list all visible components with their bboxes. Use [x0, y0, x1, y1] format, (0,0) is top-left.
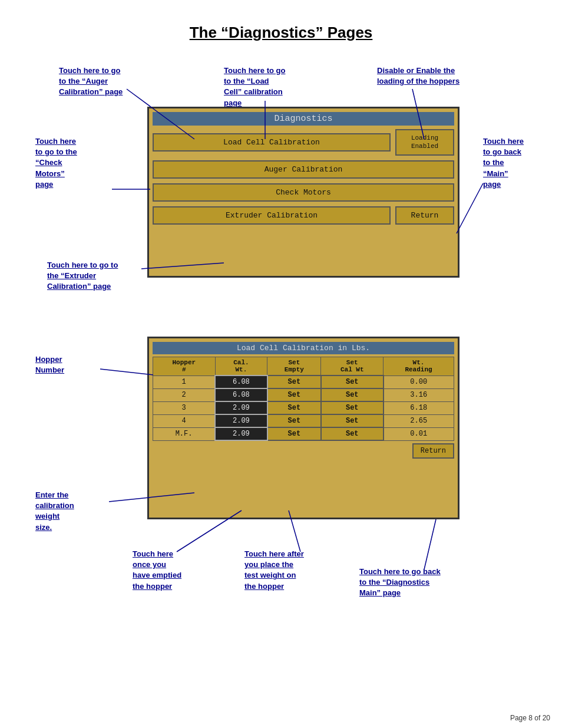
ann-hopper-num: HopperNumber [35, 354, 64, 375]
set-empty-btn[interactable]: Set [267, 414, 321, 427]
table-row: 3 2.09 Set Set 6.18 [153, 401, 454, 414]
diag-screen: Diagnostics Load Cell Calibration Loadin… [147, 107, 459, 278]
table-row: M.F. 2.09 Set Set 0.01 [153, 427, 454, 440]
set-cal-btn[interactable]: Set [321, 414, 384, 427]
diag-row-4: Extruder Calibration Return [153, 206, 454, 225]
page-number: Page 8 of 20 [510, 714, 550, 722]
lcc-screen: Load Cell Calibration in Lbs. Hopper# Ca… [147, 337, 459, 519]
table-row: 1 6.08 Set Set 0.00 [153, 375, 454, 388]
svg-line-10 [424, 519, 436, 569]
check-motors-button[interactable]: Check Motors [153, 183, 454, 202]
hopper-num: M.F. [153, 427, 216, 440]
diag-row-1: Load Cell Calibration LoadingEnabled [153, 129, 454, 156]
ann-extruder: Touch here to go tothe “ExtruderCalibrat… [47, 260, 118, 292]
ann-enter-cal: Enter thecalibrationweightsize. [35, 490, 74, 533]
set-cal-btn[interactable]: Set [321, 388, 384, 401]
ann-main: Touch hereto go backto the“Main”page [483, 136, 524, 190]
lcc-return-button[interactable]: Return [412, 443, 454, 459]
section1-diagnostics: Touch here to goto the “AugerCalibration… [12, 60, 550, 313]
set-empty-btn[interactable]: Set [267, 427, 321, 440]
ann-emptied: Touch hereonce youhave emptiedthe hopper [133, 549, 181, 592]
diag-row-3: Check Motors [153, 183, 454, 202]
extruder-cal-button[interactable]: Extruder Calibration [153, 206, 391, 225]
set-cal-btn[interactable]: Set [321, 375, 384, 388]
cal-wt-input[interactable]: 2.09 [215, 401, 267, 414]
set-cal-btn[interactable]: Set [321, 401, 384, 414]
col-set-cal: SetCal Wt [321, 357, 384, 376]
lcc-table: Hopper# Cal.Wt. SetEmpty SetCal Wt Wt.Re… [153, 357, 454, 441]
cal-wt-input[interactable]: 2.09 [215, 414, 267, 427]
table-row: 4 2.09 Set Set 2.65 [153, 414, 454, 427]
set-empty-btn[interactable]: Set [267, 401, 321, 414]
lcc-title-bar: Load Cell Calibration in Lbs. [153, 342, 454, 354]
ann-test-weight: Touch here afteryou place thetest weight… [244, 549, 304, 592]
diag-row-2: Auger Calibration [153, 160, 454, 179]
table-row: 2 6.08 Set Set 3.16 [153, 388, 454, 401]
ann-disable: Disable or Enable theloading of the hopp… [377, 65, 459, 87]
hopper-num: 3 [153, 401, 216, 414]
ann-load-cell: Touch here to goto the “LoadCell” calibr… [224, 65, 285, 108]
svg-line-4 [457, 183, 483, 233]
auger-cal-button[interactable]: Auger Calibration [153, 160, 454, 179]
set-empty-btn[interactable]: Set [267, 388, 321, 401]
load-cell-cal-button[interactable]: Load Cell Calibration [153, 133, 391, 151]
cal-wt-input[interactable]: 6.08 [215, 375, 267, 388]
set-empty-btn[interactable]: Set [267, 375, 321, 388]
set-cal-btn[interactable]: Set [321, 427, 384, 440]
hopper-num: 4 [153, 414, 216, 427]
hopper-num: 1 [153, 375, 216, 388]
svg-line-6 [100, 369, 153, 375]
ann-check-motors: Touch hereto go to the“CheckMotors”page [35, 136, 77, 190]
loading-enabled-button[interactable]: LoadingEnabled [395, 129, 454, 156]
page-title: The “Diagnostics” Pages [12, 24, 550, 42]
wt-reading: 6.18 [384, 401, 454, 414]
wt-reading: 3.16 [384, 388, 454, 401]
diag-screen-title: Diagnostics [153, 112, 454, 126]
cal-wt-input[interactable]: 6.08 [215, 388, 267, 401]
wt-reading: 2.65 [384, 414, 454, 427]
cal-wt-input[interactable]: 2.09 [215, 427, 267, 440]
wt-reading: 0.01 [384, 427, 454, 440]
return-button[interactable]: Return [395, 206, 454, 225]
col-reading: Wt.Reading [384, 357, 454, 376]
lcc-return-row: Return [153, 443, 454, 459]
ann-back-diag: Touch here to go backto the “Diagnostics… [359, 566, 441, 599]
col-set-empty: SetEmpty [267, 357, 321, 376]
col-hopper: Hopper# [153, 357, 216, 376]
ann-auger-cal: Touch here to goto the “AugerCalibration… [59, 65, 123, 98]
hopper-num: 2 [153, 388, 216, 401]
col-cal-wt: Cal.Wt. [215, 357, 267, 376]
section2-load-cell: HopperNumber Enter thecalibrationweights… [12, 337, 550, 643]
wt-reading: 0.00 [384, 375, 454, 388]
